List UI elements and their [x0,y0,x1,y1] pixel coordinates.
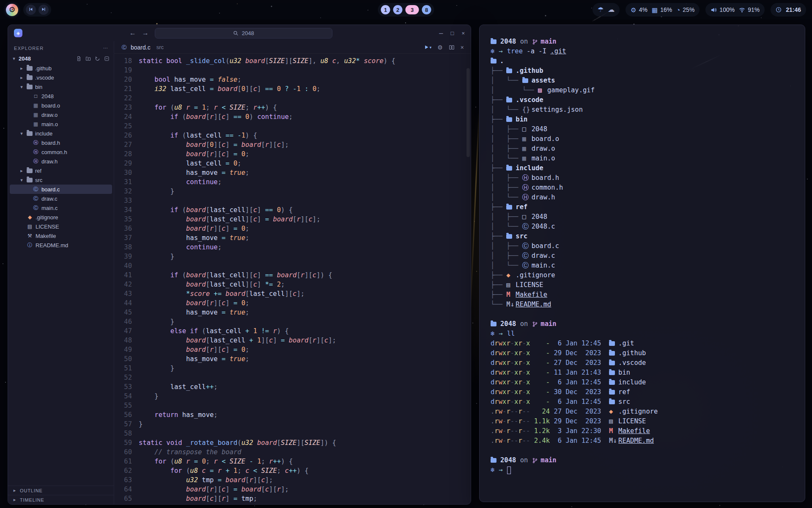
tree-output-common.h: │ ├── Ⓗcommon.h [491,183,794,193]
wifi-icon [739,7,745,13]
workspace-1[interactable]: 1 [381,5,390,14]
weather-widget[interactable]: ☂ ☁ [593,3,620,17]
command-center-search[interactable]: 2048 [155,28,332,39]
tree-output-2048.c: │ └── Ⓒ2048.c [491,222,794,232]
split-editor-button[interactable] [449,44,455,50]
code-line-37: has_move = true; [139,233,471,243]
tree-output-.gitignore: ├── ◆.gitignore [491,271,794,280]
tree-folder-src[interactable]: ▾src [10,175,112,185]
tree-folder-bin[interactable]: ▾bin [10,82,112,91]
code-line-35: board[last_cell][c] = board[r][c]; [139,215,471,224]
folder-icon [506,69,512,73]
tool-icon: ⚒ [27,233,33,238]
explorer-sidebar: EXPLORER ⋯ ▾ 2048 ▸.github▸.vscode▾bin□2… [8,41,114,504]
new-file-button[interactable] [76,56,82,61]
shell-prompt-icon: ❄ [491,329,494,339]
terminal-window[interactable]: 2048 onmain❄→tree -a -I .git.├── .github… [479,25,805,502]
git-icon: ◆ [506,271,516,280]
active-tab-filename[interactable]: board.c [131,44,151,51]
code-line-32: } [139,187,471,196]
tree-output-main.o: │ └── ▦main.o [491,154,794,163]
tree-item-label: board.c [41,186,60,193]
tree-file-main.o[interactable]: ▦main.o [10,119,112,129]
object-icon: ▦ [33,121,39,127]
blank-line [491,309,794,319]
tree-file-draw.c[interactable]: Ⓒdraw.c [10,194,112,203]
disk-stat: ◔ 25% [676,6,694,13]
close-editor-button[interactable]: × [461,44,464,51]
code-line-52 [139,373,471,382]
code-line-22 [139,94,471,103]
workspace-2[interactable]: 2 [393,5,403,14]
tree-file-Makefile[interactable]: ⚒Makefile [10,231,112,240]
code-line-45: has_move = true; [139,308,471,317]
code-editor[interactable]: 1819202122232425262728293031323334353637… [114,54,471,504]
tree-file-common.h[interactable]: Ⓗcommon.h [10,147,112,157]
code-line-50: has_move = true; [139,354,471,364]
code-line-47: else if (last_cell + 1 != r) { [139,326,471,336]
readme-icon: M↓ [609,436,618,446]
folder-icon [491,322,497,326]
media-prev-button[interactable] [26,5,36,15]
list-output-bin: drwxr-xr-x - 11 Jan 21:43 bin [491,368,794,378]
tab-actions: ▾ ⚙ × [424,44,464,51]
code-line-55 [139,401,471,410]
tree-file-board.c[interactable]: Ⓒboard.c [10,185,112,194]
clock-widget[interactable]: 21:46 [771,3,806,17]
tree-file-LICENSE[interactable]: ▤LICENSE [10,222,112,231]
editor-titlebar: ◈ ← → 2048 ─ □ × [8,25,471,41]
tree-file-.gitignore[interactable]: ◆.gitignore [10,213,112,222]
c-header-icon: Ⓗ [522,173,532,183]
explorer-more-button[interactable]: ⋯ [103,45,108,51]
code-line-48: board[last_cell + 1][c] = board[r][c]; [139,336,471,345]
media-next-button[interactable] [38,5,49,15]
close-button[interactable]: × [461,30,465,36]
scrollbar-thumb[interactable] [466,68,470,157]
command-line: ❄→tree -a -I .git [491,47,794,56]
tree-file-board.h[interactable]: Ⓗboard.h [10,138,112,147]
outline-panel-label: OUTLINE [20,488,43,493]
breadcrumb-context[interactable]: src [156,44,164,50]
settings-gear-button[interactable]: ⚙ [437,44,443,51]
app-launcher-button[interactable]: ⚙ [6,4,18,16]
chevron-down-icon: ▾ [19,84,24,90]
outline-panel[interactable]: ▸ OUTLINE [8,486,114,495]
workspace-3-active[interactable]: 3 [406,5,419,14]
tree-folder-include[interactable]: ▾include [10,129,112,138]
timeline-panel[interactable]: ▸ TIMELINE [8,495,114,504]
collapse-folders-button[interactable] [104,56,110,61]
tree-file-draw.h[interactable]: Ⓗdraw.h [10,157,112,166]
play-icon [424,44,429,50]
next-track-icon [41,7,46,13]
folder-icon [609,390,615,395]
tree-file-2048[interactable]: □2048 [10,91,112,101]
explorer-root-folder[interactable]: ▾ 2048 [8,53,114,64]
tree-output-assets: │ └── assets [491,76,794,86]
new-folder-button[interactable] [85,56,91,61]
binary-icon: □ [33,94,39,99]
minimize-button[interactable]: ─ [439,30,443,36]
list-output-src: drwxr-xr-x - 6 Jan 12:45 src [491,397,794,407]
refresh-explorer-button[interactable] [95,56,100,61]
terminal-input-line[interactable]: ❄→ [491,465,794,475]
c-header-icon: Ⓗ [522,183,532,193]
nav-forward-button[interactable]: → [142,29,149,37]
maximize-button[interactable]: □ [451,30,454,36]
tree-file-main.c[interactable]: Ⓒmain.c [10,203,112,213]
tree-file-README.md[interactable]: ⓘREADME.md [10,240,112,250]
wifi-value: 91% [748,6,760,13]
tree-folder-ref[interactable]: ▸ref [10,166,112,175]
folder-icon [27,131,33,136]
run-file-button[interactable]: ▾ [424,44,432,50]
workspace-8[interactable]: 8 [422,5,431,14]
list-output-include: drwxr-xr-x - 6 Jan 12:45 include [491,378,794,387]
tree-folder-.vscode[interactable]: ▸.vscode [10,73,112,82]
c-source-icon: Ⓒ [522,261,532,271]
system-stats-widget[interactable]: ⚙ 4% ▦ 16% ◔ 25% [625,3,700,17]
audio-network-widget[interactable]: 100% 91% [705,3,765,17]
workspace-switcher: 1238 [378,3,434,17]
tree-folder-.github[interactable]: ▸.github [10,64,112,73]
tree-file-draw.o[interactable]: ▦draw.o [10,110,112,119]
nav-back-button[interactable]: ← [129,29,136,37]
tree-file-board.o[interactable]: ▦board.o [10,101,112,110]
